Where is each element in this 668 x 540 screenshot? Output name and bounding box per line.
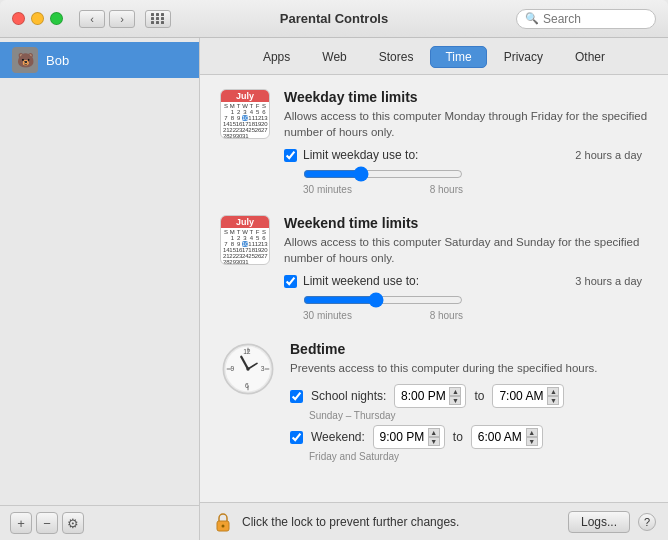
search-input[interactable] — [543, 12, 647, 26]
weekend-desc: Allows access to this computer Saturday … — [284, 234, 648, 266]
weekday-slider[interactable] — [303, 166, 463, 182]
bedtime-weekend-to-time[interactable]: 6:00 AM ▲ ▼ — [471, 425, 543, 449]
tab-web[interactable]: Web — [307, 46, 361, 68]
weekend-calendar-icon: July SMTWTFS 123456 78910111213 14151617… — [220, 215, 270, 265]
weekend-title: Weekend time limits — [284, 215, 648, 231]
svg-point-14 — [222, 524, 225, 527]
weekend-checkbox-label: Limit weekend use to: — [303, 274, 419, 288]
bedtime-weekend-label: Weekend: — [311, 430, 365, 444]
minimize-button[interactable] — [31, 12, 44, 25]
search-box[interactable]: 🔍 — [516, 9, 656, 29]
svg-text:3: 3 — [261, 366, 265, 373]
bottom-bar: Click the lock to prevent further change… — [200, 502, 668, 540]
main-layout: 🐻 Bob + − ⚙ Apps Web Stores Time Privacy… — [0, 38, 668, 540]
school-nights-checkbox[interactable] — [290, 390, 303, 403]
remove-user-button[interactable]: − — [36, 512, 58, 534]
grid-icon — [151, 13, 165, 24]
school-nights-to-down[interactable]: ▼ — [547, 396, 559, 405]
sidebar-item-label: Bob — [46, 53, 69, 68]
help-button[interactable]: ? — [638, 513, 656, 531]
sidebar: 🐻 Bob + − ⚙ — [0, 38, 200, 540]
bedtime-body: Bedtime Prevents access to this computer… — [290, 341, 648, 466]
weekday-calendar-icon: July SMTWTFS 123456 78910111213 14151617… — [220, 89, 270, 139]
lock-svg — [214, 511, 232, 533]
svg-text:9: 9 — [230, 366, 234, 373]
logs-button[interactable]: Logs... — [568, 511, 630, 533]
school-nights-from-time[interactable]: 8:00 PM ▲ ▼ — [394, 384, 466, 408]
window-title: Parental Controls — [280, 11, 388, 26]
weekday-slider-value: 2 hours a day — [552, 149, 642, 161]
bedtime-weekend-from-up[interactable]: ▲ — [428, 428, 440, 437]
svg-text:6: 6 — [245, 382, 249, 389]
back-button[interactable]: ‹ — [79, 10, 105, 28]
school-nights-from-value: 8:00 PM — [399, 389, 447, 403]
weekend-checkbox[interactable] — [284, 275, 297, 288]
weekend-slider[interactable] — [303, 292, 463, 308]
weekend-slider-value: 3 hours a day — [552, 275, 642, 287]
bedtime-title: Bedtime — [290, 341, 648, 357]
weekday-slider-min: 30 minutes — [303, 184, 352, 195]
lock-icon[interactable] — [212, 511, 234, 533]
weekday-checkbox[interactable] — [284, 149, 297, 162]
app-grid-button[interactable] — [145, 10, 171, 28]
weekend-slider-max: 8 hours — [430, 310, 463, 321]
school-nights-row: School nights: 8:00 PM ▲ ▼ to 7:00 AM — [290, 384, 648, 408]
tabs-bar: Apps Web Stores Time Privacy Other — [200, 38, 668, 75]
forward-button[interactable]: › — [109, 10, 135, 28]
add-user-button[interactable]: + — [10, 512, 32, 534]
weekend-slider-min: 30 minutes — [303, 310, 352, 321]
bedtime-weekend-from-down[interactable]: ▼ — [428, 437, 440, 446]
weekday-checkbox-label: Limit weekday use to: — [303, 148, 418, 162]
bedtime-weekend-from-time[interactable]: 9:00 PM ▲ ▼ — [373, 425, 445, 449]
school-nights-sublabel: Sunday – Thursday — [309, 410, 648, 421]
settings-button[interactable]: ⚙ — [62, 512, 84, 534]
close-button[interactable] — [12, 12, 25, 25]
sidebar-toolbar: + − ⚙ — [0, 505, 199, 540]
bedtime-weekend-checkbox[interactable] — [290, 431, 303, 444]
school-nights-to-value: 7:00 AM — [497, 389, 545, 403]
tab-privacy[interactable]: Privacy — [489, 46, 558, 68]
bedtime-weekend-to-up[interactable]: ▲ — [526, 428, 538, 437]
traffic-lights — [0, 12, 63, 25]
school-nights-from-up[interactable]: ▲ — [449, 387, 461, 396]
bedtime-weekend-sublabel: Friday and Saturday — [309, 451, 648, 462]
nav-arrows: ‹ › — [63, 10, 135, 28]
bedtime-weekend-row: Weekend: 9:00 PM ▲ ▼ to 6:00 AM — [290, 425, 648, 449]
to-label-weekend: to — [453, 430, 463, 444]
bedtime-desc: Prevents access to this computer during … — [290, 360, 648, 376]
maximize-button[interactable] — [50, 12, 63, 25]
tab-stores[interactable]: Stores — [364, 46, 429, 68]
bedtime-weekend-to-value: 6:00 AM — [476, 430, 524, 444]
weekday-desc: Allows access to this computer Monday th… — [284, 108, 648, 140]
school-nights-to-time[interactable]: 7:00 AM ▲ ▼ — [492, 384, 564, 408]
school-nights-from-down[interactable]: ▼ — [449, 396, 461, 405]
lock-text: Click the lock to prevent further change… — [242, 515, 560, 529]
sidebar-item-bob[interactable]: 🐻 Bob — [0, 42, 199, 78]
tab-other[interactable]: Other — [560, 46, 620, 68]
svg-point-8 — [246, 368, 249, 371]
to-label-school: to — [474, 389, 484, 403]
bedtime-weekend-from-value: 9:00 PM — [378, 430, 426, 444]
school-nights-label: School nights: — [311, 389, 386, 403]
weekday-title: Weekday time limits — [284, 89, 648, 105]
search-icon: 🔍 — [525, 12, 539, 25]
bedtime-clock-icon: 12 3 6 9 — [220, 341, 276, 397]
weekday-body: Weekday time limits Allows access to thi… — [284, 89, 648, 195]
weekday-section: July SMTWTFS 123456 78910111213 14151617… — [220, 89, 648, 195]
bedtime-rows: School nights: 8:00 PM ▲ ▼ to 7:00 AM — [290, 384, 648, 462]
tab-apps[interactable]: Apps — [248, 46, 305, 68]
school-nights-to-up[interactable]: ▲ — [547, 387, 559, 396]
svg-text:12: 12 — [243, 349, 251, 356]
titlebar: ‹ › Parental Controls 🔍 — [0, 0, 668, 38]
weekday-slider-max: 8 hours — [430, 184, 463, 195]
sidebar-list: 🐻 Bob — [0, 38, 199, 505]
content-scroll: July SMTWTFS 123456 78910111213 14151617… — [200, 75, 668, 502]
content-area: Apps Web Stores Time Privacy Other July … — [200, 38, 668, 540]
bedtime-weekend-to-down[interactable]: ▼ — [526, 437, 538, 446]
weekend-body: Weekend time limits Allows access to thi… — [284, 215, 648, 321]
bedtime-section: 12 3 6 9 Bedtime Prevents access to this… — [220, 341, 648, 466]
weekend-section: July SMTWTFS 123456 78910111213 14151617… — [220, 215, 648, 321]
tab-time[interactable]: Time — [430, 46, 486, 68]
weekend-calendar-month-label: July — [221, 216, 269, 228]
calendar-month-label: July — [221, 90, 269, 102]
